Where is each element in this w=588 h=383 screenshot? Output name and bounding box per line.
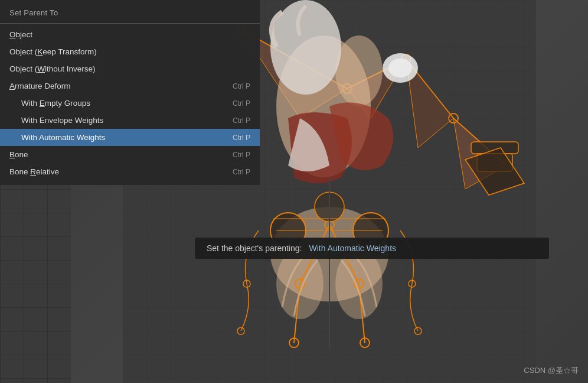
tooltip-value: With Automatic Weights bbox=[309, 244, 396, 253]
bone-shortcut: Ctrl P bbox=[233, 151, 250, 159]
with-envelope-weights-label: With Envelope Weights bbox=[21, 116, 103, 125]
menu-item-object-label: Object bbox=[9, 30, 32, 39]
tooltip-prefix: Set the object's parenting: bbox=[207, 244, 302, 253]
with-automatic-weights-shortcut: Ctrl P bbox=[233, 134, 250, 142]
svg-point-44 bbox=[388, 59, 412, 77]
menu-item-bone[interactable]: Bone Ctrl P bbox=[0, 146, 260, 163]
with-envelope-weights-shortcut: Ctrl P bbox=[233, 116, 250, 125]
menu-item-with-empty-groups[interactable]: With Empty Groups Ctrl P bbox=[0, 95, 260, 112]
context-menu: Set Parent To Object Object (Keep Transf… bbox=[0, 0, 260, 185]
with-empty-groups-shortcut: Ctrl P bbox=[233, 99, 250, 108]
menu-item-object-without[interactable]: Object (Without Inverse) bbox=[0, 60, 260, 77]
with-empty-groups-label: With Empty Groups bbox=[21, 99, 90, 108]
tooltip: Set the object's parenting: With Automat… bbox=[195, 238, 549, 259]
with-automatic-weights-label: With Automatic Weights bbox=[21, 133, 105, 142]
menu-item-object[interactable]: Object bbox=[0, 26, 260, 43]
menu-item-object-keep-label: Object (Keep Transform) bbox=[9, 47, 97, 56]
armature-deform-shortcut: Ctrl P bbox=[233, 82, 250, 90]
menu-item-armature-deform-label: Armature Deform bbox=[9, 82, 71, 90]
menu-item-object-keep[interactable]: Object (Keep Transform) bbox=[0, 43, 260, 60]
menu-item-with-envelope-weights[interactable]: With Envelope Weights Ctrl P bbox=[0, 112, 260, 129]
menu-item-bone-relative-label: Bone Relative bbox=[9, 167, 59, 176]
menu-item-bone-relative[interactable]: Bone Relative Ctrl P bbox=[0, 163, 260, 180]
menu-item-armature-deform[interactable]: Armature Deform Ctrl P bbox=[0, 77, 260, 95]
menu-title: Set Parent To bbox=[0, 5, 260, 24]
menu-item-object-without-label: Object (Without Inverse) bbox=[9, 64, 96, 73]
menu-item-bone-label: Bone bbox=[9, 150, 28, 159]
menu-item-with-automatic-weights[interactable]: With Automatic Weights Ctrl P bbox=[0, 129, 260, 146]
watermark: CSDN @圣☆哥 bbox=[524, 365, 579, 376]
bone-relative-shortcut: Ctrl P bbox=[233, 168, 250, 176]
svg-point-16 bbox=[335, 35, 383, 106]
